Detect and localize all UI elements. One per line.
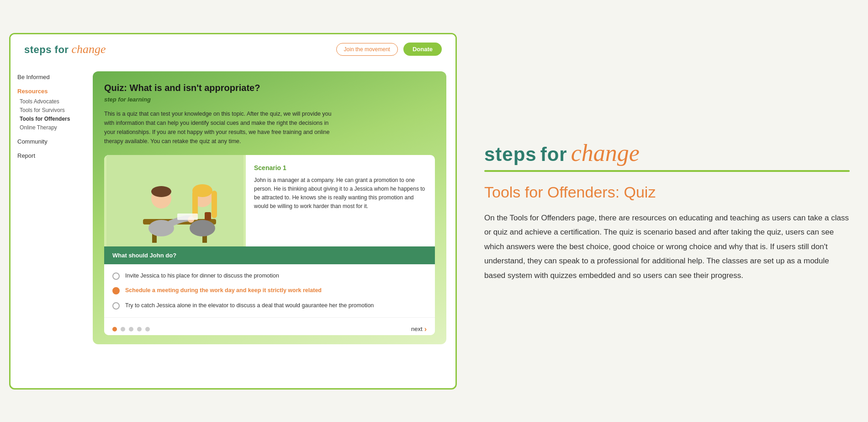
sidebar-item-report[interactable]: Report [17, 152, 77, 159]
scenario-label: Scenario 1 [254, 164, 427, 171]
sidebar-item-tools-advocates[interactable]: Tools Advocates [17, 98, 77, 105]
dot-3[interactable] [129, 327, 133, 331]
right-divider [484, 170, 850, 172]
svg-rect-4 [205, 212, 211, 220]
answer-option-1[interactable]: Invite Jessica to his place for dinner t… [112, 272, 427, 280]
chevron-right-icon: › [424, 325, 427, 333]
right-logo: steps for change [484, 139, 850, 166]
next-label: next [411, 326, 423, 332]
sidebar-section-community: Community [17, 138, 77, 145]
donate-button[interactable]: Donate [403, 43, 442, 56]
answer-text-3: Try to catch Jessica alone in the elevat… [125, 301, 374, 310]
scenario-inner: Scenario 1 John is a manager at a compan… [104, 155, 435, 246]
answer-options: Invite Jessica to his place for dinner t… [104, 264, 435, 317]
quiz-area: Quiz: What is and isn't appropriate? ste… [84, 64, 455, 351]
pagination-dots [112, 327, 150, 331]
right-logo-for: for [540, 144, 567, 166]
svg-point-9 [190, 220, 215, 236]
answer-text-1: Invite Jessica to his place for dinner t… [125, 272, 279, 280]
dot-5[interactable] [145, 327, 150, 331]
right-description: On the Tools for Offenders page, there a… [484, 211, 850, 283]
logo-steps-for: steps for [24, 44, 69, 56]
sidebar-item-tools-offenders[interactable]: Tools for Offenders [17, 116, 77, 122]
quiz-footer: next › [104, 317, 435, 335]
answer-option-2[interactable]: Schedule a meeting during the work day a… [112, 286, 427, 295]
quiz-description: This is a quiz that can test your knowle… [104, 109, 333, 146]
sidebar-section-report: Report [17, 152, 77, 159]
join-movement-button[interactable]: Join the movement [336, 43, 398, 56]
main-content: Be Informed Resources Tools Advocates To… [11, 64, 455, 351]
sidebar-item-be-informed[interactable]: Be Informed [17, 74, 77, 80]
scenario-card: Scenario 1 John is a manager at a compan… [104, 155, 435, 335]
sidebar-item-online-therapy[interactable]: Online Therapy [17, 124, 77, 131]
logo-area: steps for change [24, 43, 106, 56]
radio-1[interactable] [112, 272, 120, 280]
right-logo-steps: steps [484, 144, 537, 166]
svg-rect-13 [212, 191, 217, 218]
radio-3[interactable] [112, 302, 120, 310]
svg-rect-0 [106, 155, 243, 246]
sidebar: Be Informed Resources Tools Advocates To… [11, 64, 84, 351]
right-logo-change: change [571, 139, 640, 166]
scenario-text: John is a manager at a company. He can g… [254, 176, 427, 211]
sidebar-item-community[interactable]: Community [17, 138, 77, 145]
sidebar-resources-label: Resources [17, 88, 77, 95]
sidebar-item-tools-survivors[interactable]: Tools for Survivors [17, 107, 77, 113]
right-panel: steps for change Tools for Offenders: Qu… [475, 126, 859, 296]
quiz-subtitle: step for learning [104, 96, 435, 103]
svg-rect-14 [177, 214, 198, 220]
radio-2[interactable] [112, 287, 120, 294]
sidebar-section-resources: Resources Tools Advocates Tools for Surv… [17, 88, 77, 131]
answer-option-3[interactable]: Try to catch Jessica alone in the elevat… [112, 301, 427, 310]
logo-change: change [71, 43, 106, 56]
quiz-title: Quiz: What is and isn't appropriate? [104, 83, 435, 93]
sidebar-section-informed: Be Informed [17, 74, 77, 80]
question-bar: What should John do? [104, 246, 435, 264]
nav-buttons: Join the movement Donate [336, 43, 442, 56]
answer-text-2: Schedule a meeting during the work day a… [125, 286, 322, 295]
scenario-text-box: Scenario 1 John is a manager at a compan… [246, 155, 435, 246]
browser-frame: steps for change Join the movement Donat… [9, 33, 457, 390]
top-nav: steps for change Join the movement Donat… [11, 34, 455, 64]
next-button[interactable]: next › [411, 325, 427, 333]
dot-2[interactable] [121, 327, 125, 331]
scenario-illustration [104, 155, 246, 246]
right-section-title: Tools for Offenders: Quiz [484, 183, 850, 202]
quiz-card: Quiz: What is and isn't appropriate? ste… [93, 71, 446, 344]
dot-4[interactable] [137, 327, 142, 331]
dot-1[interactable] [112, 327, 117, 331]
svg-point-7 [151, 186, 171, 197]
